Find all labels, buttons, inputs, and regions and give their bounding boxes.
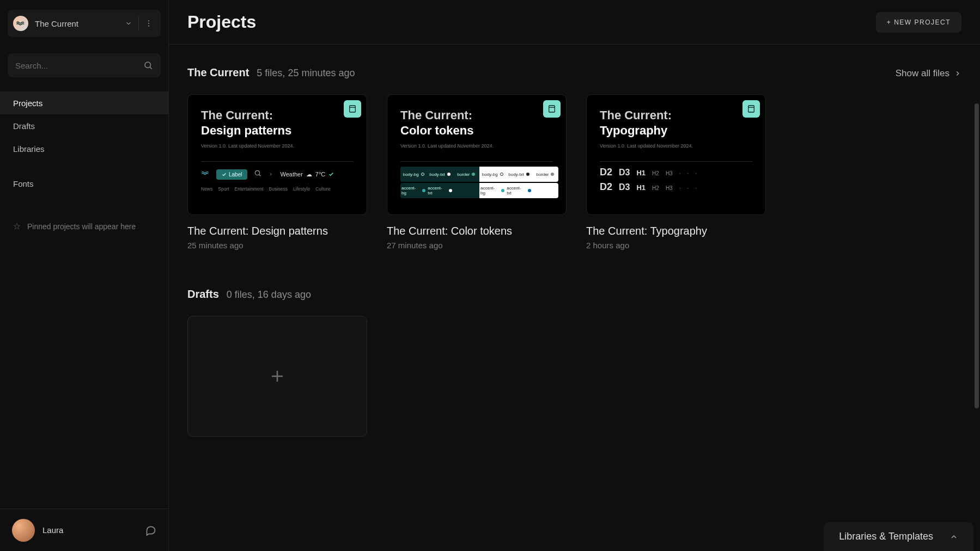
- workspace-switcher[interactable]: The Current: [8, 10, 161, 37]
- chevron-down-icon[interactable]: [121, 16, 136, 31]
- svg-point-1: [148, 23, 149, 24]
- new-project-label: + NEW PROJECT: [887, 19, 951, 26]
- project-file-count: 5 files,: [257, 68, 285, 78]
- svg-point-5: [255, 170, 260, 175]
- svg-line-6: [259, 175, 261, 176]
- more-icon[interactable]: [141, 16, 156, 31]
- plus-icon: [269, 368, 285, 384]
- search-input[interactable]: [15, 61, 143, 70]
- svg-point-3: [145, 62, 151, 68]
- sidebar-item-libraries[interactable]: Libraries: [0, 137, 168, 160]
- sidebar-item-label: Fonts: [13, 179, 34, 188]
- drafts-section-title[interactable]: Drafts: [187, 288, 219, 301]
- svg-rect-7: [350, 106, 356, 112]
- svg-point-0: [148, 20, 149, 21]
- svg-point-2: [148, 26, 149, 27]
- divider: [138, 16, 139, 30]
- show-all-files-link[interactable]: Show all files: [896, 68, 961, 79]
- sidebar-item-label: Projects: [13, 99, 42, 108]
- check-icon: [328, 172, 334, 177]
- file-updated: 2 hours ago: [586, 241, 766, 250]
- thumb-version: Version 1.0. Last updated November 2024.: [201, 143, 354, 149]
- thumb-title-line2: Design patterns: [201, 123, 354, 138]
- project-section-title[interactable]: The Current: [187, 66, 249, 79]
- sidebar-item-label: Drafts: [13, 121, 35, 131]
- search-icon: [254, 169, 261, 179]
- search-icon[interactable]: [143, 60, 153, 70]
- svg-rect-11: [748, 106, 754, 112]
- thumb-title-line2: Typography: [600, 123, 752, 138]
- chevron-up-icon: [949, 532, 958, 541]
- scrollbar-thumb[interactable]: [975, 103, 979, 408]
- sidebar-item-drafts[interactable]: Drafts: [0, 114, 168, 137]
- file-title: The Current: Color tokens: [387, 225, 567, 237]
- search-field[interactable]: [8, 53, 161, 77]
- sidebar-item-fonts[interactable]: Fonts: [0, 172, 168, 195]
- thumb-title-line1: The Current:: [400, 108, 553, 123]
- file-title: The Current: Design patterns: [187, 225, 367, 237]
- pin-icon: [13, 223, 21, 230]
- project-updated: 25 minutes ago: [288, 68, 355, 78]
- new-file-button[interactable]: [187, 316, 367, 437]
- libraries-templates-panel[interactable]: Libraries & Templates: [824, 522, 973, 551]
- sidebar-item-label: Libraries: [13, 144, 45, 154]
- workspace-logo: [13, 16, 28, 31]
- thumb-version: Version 1.0. Last updated November 2024.: [600, 143, 752, 149]
- sidebar-item-projects[interactable]: Projects: [0, 91, 168, 114]
- user-name: Laura: [42, 525, 145, 535]
- workspace-name: The Current: [35, 19, 121, 28]
- file-title: The Current: Typography: [586, 225, 766, 237]
- avatar[interactable]: [12, 519, 35, 542]
- svg-line-4: [150, 67, 151, 69]
- file-card[interactable]: The Current: Design patterns Version 1.0…: [187, 94, 367, 250]
- thumb-title-line1: The Current:: [600, 108, 752, 123]
- wave-icon: [201, 169, 210, 180]
- svg-rect-9: [549, 106, 555, 112]
- page-title: Projects: [187, 12, 256, 32]
- library-badge-icon: [742, 100, 760, 118]
- chevron-right-icon: [268, 169, 273, 179]
- libraries-templates-label: Libraries & Templates: [839, 531, 933, 542]
- cloud-icon: ☁: [306, 171, 312, 178]
- thumb-title-line1: The Current:: [201, 108, 354, 123]
- thumb-version: Version 1.0. Last updated November 2024.: [400, 143, 553, 149]
- file-card[interactable]: The Current: Color tokens Version 1.0. L…: [387, 94, 567, 250]
- comment-icon[interactable]: [145, 525, 156, 536]
- new-project-button[interactable]: + NEW PROJECT: [876, 12, 961, 33]
- chevron-right-icon: [954, 70, 961, 77]
- file-updated: 27 minutes ago: [387, 241, 567, 250]
- file-card[interactable]: The Current: Typography Version 1.0. Las…: [586, 94, 766, 250]
- drafts-file-count: 0 files,: [227, 289, 255, 300]
- thumb-title-line2: Color tokens: [400, 123, 553, 138]
- show-all-files-label: Show all files: [896, 68, 949, 79]
- drafts-updated: 16 days ago: [258, 289, 311, 300]
- file-updated: 25 minutes ago: [187, 241, 367, 250]
- library-badge-icon: [543, 100, 561, 118]
- pinned-empty-text: Pinned projects will appear here: [27, 222, 136, 231]
- pinned-empty: Pinned projects will appear here: [0, 222, 168, 231]
- thumb-label-chip: Label: [216, 169, 247, 180]
- library-badge-icon: [344, 100, 361, 118]
